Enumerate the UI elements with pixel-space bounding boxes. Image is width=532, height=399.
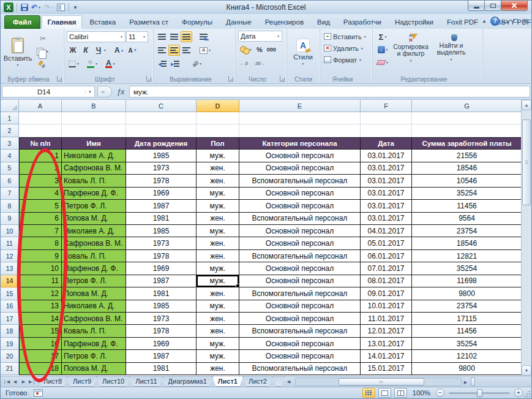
cell-E18[interactable]: Вспомогательный персонал [239, 325, 361, 337]
cell-B10[interactable]: Николаев А. Д. [62, 225, 126, 237]
ribbon-tab-6[interactable]: Рецензиров [259, 15, 310, 29]
cell-F19[interactable]: 13.01.2017 [361, 338, 412, 350]
cell-D12[interactable]: жен. [197, 250, 239, 262]
row-header-5[interactable]: 5 [1, 162, 19, 175]
bold-button[interactable]: Ж [67, 45, 79, 56]
cell-A3[interactable]: № п/п [19, 137, 62, 150]
merge-center-button[interactable]: ▼ [198, 45, 213, 56]
name-box[interactable]: D14 ▼ [2, 86, 95, 97]
cell-D20[interactable]: муж. [197, 350, 239, 362]
column-header-D[interactable]: D [197, 100, 239, 112]
cell-E15[interactable]: Вспомогательный персонал [239, 287, 361, 300]
cell-G16[interactable]: 23754 [412, 300, 522, 313]
row-header-7[interactable]: 7 [1, 188, 19, 200]
row-header-18[interactable]: 18 [1, 325, 19, 337]
cell-G1[interactable] [412, 112, 522, 124]
row-header-8[interactable]: 8 [1, 200, 19, 212]
page-layout-view-button[interactable] [378, 388, 391, 398]
cell-B18[interactable]: Коваль Л. П. [62, 325, 126, 337]
thousands-button[interactable]: 000 [265, 44, 278, 55]
cell-E20[interactable]: Основной персонал [239, 350, 361, 362]
cell-D6[interactable]: жен. [197, 175, 239, 187]
cell-F11[interactable]: 05.01.2017 [361, 237, 412, 249]
cell-F20[interactable]: 14.01.2017 [361, 350, 412, 362]
cell-C11[interactable]: 1973 [126, 237, 197, 249]
cell-D7[interactable]: муж. [197, 188, 239, 200]
print-preview-button[interactable] [56, 2, 66, 13]
cell-G19[interactable]: 35254 [412, 338, 522, 350]
cell-A18[interactable]: 15 [19, 325, 62, 337]
cell-F7[interactable]: 03.01.2017 [361, 188, 412, 200]
cell-D2[interactable] [197, 124, 239, 137]
column-header-A[interactable]: A [19, 100, 62, 112]
select-all-corner[interactable] [1, 100, 19, 112]
cell-C16[interactable]: 1985 [126, 300, 197, 313]
orientation-button[interactable]: ab▼ [190, 58, 204, 69]
first-sheet-icon[interactable]: ❘◀ [2, 378, 10, 386]
cell-E16[interactable]: Основной персонал [239, 300, 361, 313]
cell-B17[interactable]: Сафронова В. М. [62, 313, 126, 325]
page-break-view-button[interactable] [394, 388, 407, 398]
format-cells-button[interactable]: Формат▼ [323, 54, 370, 66]
cell-A2[interactable] [19, 124, 62, 137]
decrease-decimal-button[interactable]: ,00→ [253, 58, 267, 69]
align-center-button[interactable] [168, 45, 180, 56]
cell-C21[interactable]: 1981 [126, 363, 197, 375]
redo-button[interactable]: ↷▼ [43, 2, 54, 13]
cell-B2[interactable] [62, 124, 126, 137]
help-icon[interactable]: ? [490, 17, 500, 26]
decrease-indent-button[interactable]: ◀ [156, 58, 168, 69]
cell-E13[interactable]: Основной персонал [239, 262, 361, 275]
cell-A17[interactable]: 14 [19, 313, 62, 325]
cell-B11[interactable]: Сафронова В. М. [62, 237, 126, 249]
cell-G3[interactable]: Сумма заработной платы [412, 137, 522, 150]
excel-logo-icon[interactable]: X [4, 2, 13, 12]
cell-B1[interactable] [62, 112, 126, 124]
number-format-combo[interactable]: Дата▼ [238, 31, 282, 42]
row-header-2[interactable]: 2 [1, 124, 19, 137]
row-header-1[interactable]: 1 [1, 112, 19, 124]
cell-E3[interactable]: Категория персонала [239, 137, 361, 150]
row-header-3[interactable]: 3 [1, 137, 19, 150]
cell-G14[interactable]: 11698 [412, 275, 522, 287]
styles-button[interactable]: А Стили ▼ [290, 31, 317, 74]
delete-cells-button[interactable]: ✕Удалить▼ [323, 42, 370, 54]
ribbon-tab-8[interactable]: Разработчи [337, 15, 388, 29]
sheet-tab-5[interactable]: Лист1 [212, 376, 243, 387]
ribbon-tab-4[interactable]: Формулы [176, 15, 219, 29]
cell-C2[interactable] [126, 124, 197, 137]
horizontal-scroll-thumb[interactable] [339, 378, 424, 386]
cell-B6[interactable]: Коваль Л. П. [62, 175, 126, 187]
font-color-button[interactable]: А▼ [103, 58, 118, 69]
cell-B15[interactable]: Попова М. Д. [62, 287, 126, 300]
prev-sheet-icon[interactable]: ◀ [11, 378, 19, 386]
cell-D9[interactable]: жен. [197, 213, 239, 225]
cell-C7[interactable]: 1969 [126, 188, 197, 200]
cell-C20[interactable]: 1987 [126, 350, 197, 362]
cell-C8[interactable]: 1987 [126, 200, 197, 212]
zoom-in-button[interactable]: + [514, 389, 523, 397]
scroll-right-icon[interactable]: ▶ [462, 378, 470, 386]
save-button[interactable] [20, 2, 29, 13]
cell-A16[interactable]: 13 [19, 300, 62, 313]
shrink-font-button[interactable]: А▼ [127, 45, 139, 56]
sheet-tab-3[interactable]: Лист11 [130, 376, 162, 387]
row-header-16[interactable]: 16 [1, 300, 19, 313]
ribbon-tab-3[interactable]: Разметка ст [123, 15, 174, 29]
ribbon-tab-5[interactable]: Данные [220, 15, 258, 29]
close-button[interactable] [501, 1, 528, 11]
last-sheet-icon[interactable]: ▶❘ [28, 378, 36, 386]
cell-A20[interactable]: 17 [19, 350, 62, 362]
cell-F2[interactable] [361, 124, 412, 137]
undo-button[interactable]: ↶▼ [31, 2, 42, 13]
cell-C6[interactable]: 1978 [126, 175, 197, 187]
cell-A19[interactable]: 16 [19, 338, 62, 350]
formula-input[interactable]: муж. [129, 86, 530, 97]
cell-A15[interactable]: 12 [19, 287, 62, 300]
cell-E10[interactable]: Основной персонал [239, 225, 361, 237]
cell-F15[interactable]: 09.01.2017 [361, 287, 412, 300]
cell-G15[interactable]: 9800 [412, 287, 522, 300]
cell-F4[interactable]: 03.01.2017 [361, 150, 412, 162]
cell-E2[interactable] [239, 124, 361, 137]
cell-C18[interactable]: 1978 [126, 325, 197, 337]
